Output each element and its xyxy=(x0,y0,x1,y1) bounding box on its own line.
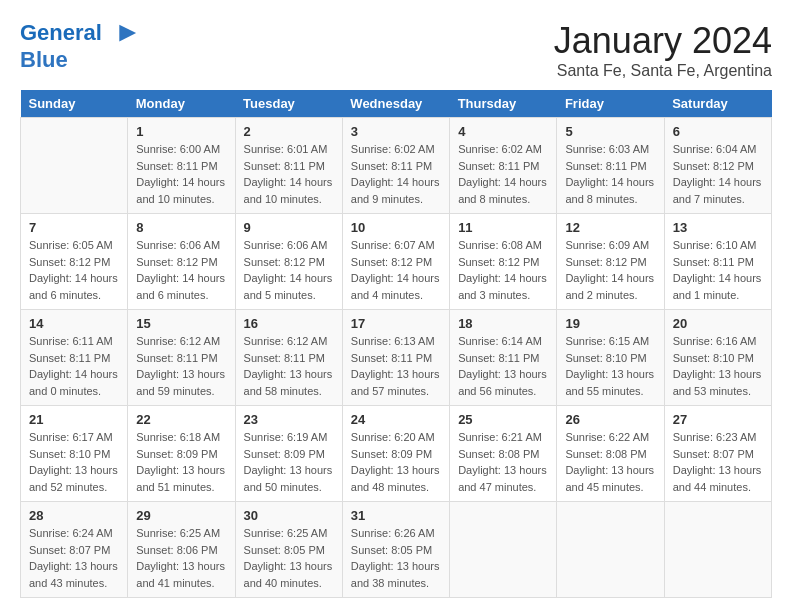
day-info: Sunrise: 6:19 AM Sunset: 8:09 PM Dayligh… xyxy=(244,429,334,495)
day-info: Sunrise: 6:02 AM Sunset: 8:11 PM Dayligh… xyxy=(458,141,548,207)
calendar-cell: 2Sunrise: 6:01 AM Sunset: 8:11 PM Daylig… xyxy=(235,118,342,214)
day-info: Sunrise: 6:13 AM Sunset: 8:11 PM Dayligh… xyxy=(351,333,441,399)
day-info: Sunrise: 6:04 AM Sunset: 8:12 PM Dayligh… xyxy=(673,141,763,207)
calendar-cell: 20Sunrise: 6:16 AM Sunset: 8:10 PM Dayli… xyxy=(664,310,771,406)
calendar-cell: 17Sunrise: 6:13 AM Sunset: 8:11 PM Dayli… xyxy=(342,310,449,406)
day-number: 22 xyxy=(136,412,226,427)
calendar-cell: 24Sunrise: 6:20 AM Sunset: 8:09 PM Dayli… xyxy=(342,406,449,502)
day-number: 3 xyxy=(351,124,441,139)
day-info: Sunrise: 6:06 AM Sunset: 8:12 PM Dayligh… xyxy=(244,237,334,303)
calendar-cell: 18Sunrise: 6:14 AM Sunset: 8:11 PM Dayli… xyxy=(450,310,557,406)
day-info: Sunrise: 6:07 AM Sunset: 8:12 PM Dayligh… xyxy=(351,237,441,303)
calendar-cell: 30Sunrise: 6:25 AM Sunset: 8:05 PM Dayli… xyxy=(235,502,342,598)
location-title: Santa Fe, Santa Fe, Argentina xyxy=(554,62,772,80)
logo-line1: General xyxy=(20,20,102,45)
day-info: Sunrise: 6:20 AM Sunset: 8:09 PM Dayligh… xyxy=(351,429,441,495)
logo: General Blue xyxy=(20,20,138,72)
calendar-week-row: 28Sunrise: 6:24 AM Sunset: 8:07 PM Dayli… xyxy=(21,502,772,598)
calendar-cell: 22Sunrise: 6:18 AM Sunset: 8:09 PM Dayli… xyxy=(128,406,235,502)
day-info: Sunrise: 6:02 AM Sunset: 8:11 PM Dayligh… xyxy=(351,141,441,207)
day-info: Sunrise: 6:06 AM Sunset: 8:12 PM Dayligh… xyxy=(136,237,226,303)
weekday-header-tuesday: Tuesday xyxy=(235,90,342,118)
day-info: Sunrise: 6:01 AM Sunset: 8:11 PM Dayligh… xyxy=(244,141,334,207)
day-number: 20 xyxy=(673,316,763,331)
day-info: Sunrise: 6:24 AM Sunset: 8:07 PM Dayligh… xyxy=(29,525,119,591)
day-info: Sunrise: 6:21 AM Sunset: 8:08 PM Dayligh… xyxy=(458,429,548,495)
page-header: General Blue January 2024 Santa Fe, Sant… xyxy=(20,20,772,80)
logo-icon xyxy=(110,20,138,48)
calendar-cell xyxy=(450,502,557,598)
calendar-cell: 29Sunrise: 6:25 AM Sunset: 8:06 PM Dayli… xyxy=(128,502,235,598)
calendar-cell: 31Sunrise: 6:26 AM Sunset: 8:05 PM Dayli… xyxy=(342,502,449,598)
day-number: 12 xyxy=(565,220,655,235)
day-info: Sunrise: 6:17 AM Sunset: 8:10 PM Dayligh… xyxy=(29,429,119,495)
day-number: 29 xyxy=(136,508,226,523)
day-number: 13 xyxy=(673,220,763,235)
day-number: 21 xyxy=(29,412,119,427)
day-info: Sunrise: 6:12 AM Sunset: 8:11 PM Dayligh… xyxy=(244,333,334,399)
calendar-cell: 5Sunrise: 6:03 AM Sunset: 8:11 PM Daylig… xyxy=(557,118,664,214)
title-block: January 2024 Santa Fe, Santa Fe, Argenti… xyxy=(554,20,772,80)
day-number: 4 xyxy=(458,124,548,139)
day-number: 1 xyxy=(136,124,226,139)
calendar-cell xyxy=(21,118,128,214)
calendar-cell: 19Sunrise: 6:15 AM Sunset: 8:10 PM Dayli… xyxy=(557,310,664,406)
weekday-header-wednesday: Wednesday xyxy=(342,90,449,118)
day-number: 19 xyxy=(565,316,655,331)
calendar-cell: 4Sunrise: 6:02 AM Sunset: 8:11 PM Daylig… xyxy=(450,118,557,214)
calendar-cell: 23Sunrise: 6:19 AM Sunset: 8:09 PM Dayli… xyxy=(235,406,342,502)
calendar-cell: 8Sunrise: 6:06 AM Sunset: 8:12 PM Daylig… xyxy=(128,214,235,310)
day-info: Sunrise: 6:08 AM Sunset: 8:12 PM Dayligh… xyxy=(458,237,548,303)
weekday-header-saturday: Saturday xyxy=(664,90,771,118)
calendar-cell: 15Sunrise: 6:12 AM Sunset: 8:11 PM Dayli… xyxy=(128,310,235,406)
day-number: 26 xyxy=(565,412,655,427)
calendar-cell: 1Sunrise: 6:00 AM Sunset: 8:11 PM Daylig… xyxy=(128,118,235,214)
day-number: 2 xyxy=(244,124,334,139)
calendar-cell: 25Sunrise: 6:21 AM Sunset: 8:08 PM Dayli… xyxy=(450,406,557,502)
weekday-header-monday: Monday xyxy=(128,90,235,118)
day-number: 30 xyxy=(244,508,334,523)
day-info: Sunrise: 6:22 AM Sunset: 8:08 PM Dayligh… xyxy=(565,429,655,495)
logo-line2: Blue xyxy=(20,47,68,72)
logo-text: General Blue xyxy=(20,20,138,72)
day-number: 17 xyxy=(351,316,441,331)
calendar-cell xyxy=(664,502,771,598)
calendar-cell: 13Sunrise: 6:10 AM Sunset: 8:11 PM Dayli… xyxy=(664,214,771,310)
calendar-week-row: 14Sunrise: 6:11 AM Sunset: 8:11 PM Dayli… xyxy=(21,310,772,406)
day-number: 14 xyxy=(29,316,119,331)
calendar-cell: 12Sunrise: 6:09 AM Sunset: 8:12 PM Dayli… xyxy=(557,214,664,310)
day-number: 25 xyxy=(458,412,548,427)
calendar-table: SundayMondayTuesdayWednesdayThursdayFrid… xyxy=(20,90,772,598)
day-number: 6 xyxy=(673,124,763,139)
weekday-header-sunday: Sunday xyxy=(21,90,128,118)
day-info: Sunrise: 6:16 AM Sunset: 8:10 PM Dayligh… xyxy=(673,333,763,399)
day-info: Sunrise: 6:11 AM Sunset: 8:11 PM Dayligh… xyxy=(29,333,119,399)
day-info: Sunrise: 6:00 AM Sunset: 8:11 PM Dayligh… xyxy=(136,141,226,207)
day-info: Sunrise: 6:10 AM Sunset: 8:11 PM Dayligh… xyxy=(673,237,763,303)
day-number: 24 xyxy=(351,412,441,427)
day-number: 18 xyxy=(458,316,548,331)
day-info: Sunrise: 6:12 AM Sunset: 8:11 PM Dayligh… xyxy=(136,333,226,399)
day-number: 5 xyxy=(565,124,655,139)
calendar-cell: 10Sunrise: 6:07 AM Sunset: 8:12 PM Dayli… xyxy=(342,214,449,310)
calendar-cell: 21Sunrise: 6:17 AM Sunset: 8:10 PM Dayli… xyxy=(21,406,128,502)
day-info: Sunrise: 6:26 AM Sunset: 8:05 PM Dayligh… xyxy=(351,525,441,591)
day-number: 11 xyxy=(458,220,548,235)
weekday-header-thursday: Thursday xyxy=(450,90,557,118)
day-number: 28 xyxy=(29,508,119,523)
calendar-week-row: 7Sunrise: 6:05 AM Sunset: 8:12 PM Daylig… xyxy=(21,214,772,310)
day-info: Sunrise: 6:23 AM Sunset: 8:07 PM Dayligh… xyxy=(673,429,763,495)
day-info: Sunrise: 6:14 AM Sunset: 8:11 PM Dayligh… xyxy=(458,333,548,399)
calendar-cell: 6Sunrise: 6:04 AM Sunset: 8:12 PM Daylig… xyxy=(664,118,771,214)
day-number: 31 xyxy=(351,508,441,523)
day-number: 8 xyxy=(136,220,226,235)
calendar-cell: 3Sunrise: 6:02 AM Sunset: 8:11 PM Daylig… xyxy=(342,118,449,214)
weekday-header-friday: Friday xyxy=(557,90,664,118)
calendar-cell xyxy=(557,502,664,598)
calendar-header: SundayMondayTuesdayWednesdayThursdayFrid… xyxy=(21,90,772,118)
day-number: 16 xyxy=(244,316,334,331)
day-info: Sunrise: 6:25 AM Sunset: 8:06 PM Dayligh… xyxy=(136,525,226,591)
day-info: Sunrise: 6:03 AM Sunset: 8:11 PM Dayligh… xyxy=(565,141,655,207)
weekday-header-row: SundayMondayTuesdayWednesdayThursdayFrid… xyxy=(21,90,772,118)
svg-marker-0 xyxy=(119,25,136,42)
